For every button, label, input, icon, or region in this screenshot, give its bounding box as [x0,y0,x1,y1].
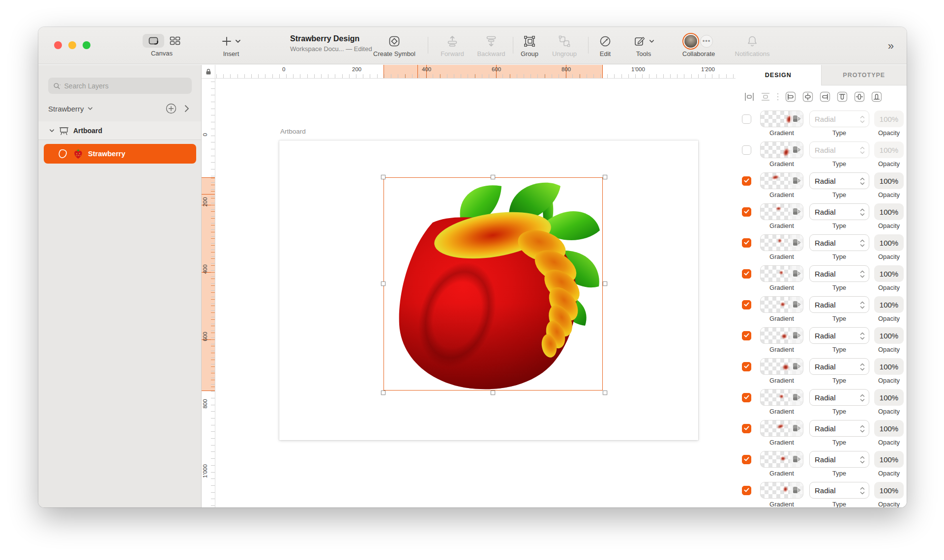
align-left-icon[interactable] [784,90,797,103]
gradient-enabled-checkbox[interactable] [742,176,751,186]
zoom-window-button[interactable] [83,41,90,49]
gradient-thumbnail[interactable] [760,358,803,375]
gradient-enabled-checkbox[interactable] [742,424,751,433]
opacity-field[interactable]: 100% [874,482,904,499]
opacity-field[interactable]: 100% [874,358,904,375]
add-page-button[interactable] [165,103,177,114]
gradient-type-select[interactable]: Radial [809,172,869,189]
gradient-type-select[interactable]: Radial [809,451,869,468]
gradient-thumbnail[interactable] [760,327,803,344]
gradient-type-select[interactable]: Radial [809,296,869,313]
opacity-field[interactable]: 100% [874,389,904,406]
selection-handle[interactable] [381,391,385,395]
forward-button[interactable]: Forward [435,33,470,57]
opacity-field[interactable]: 100% [874,141,904,158]
notifications-button[interactable]: Notifications [726,33,779,57]
selection-handle[interactable] [603,391,607,395]
gradient-thumbnail[interactable] [760,234,803,251]
create-symbol-button[interactable]: Create Symbol [367,33,421,57]
color-well-icon [790,173,803,189]
canvas-view-button[interactable] [143,34,164,48]
gradient-thumbnail[interactable] [760,203,803,220]
opacity-field[interactable]: 100% [874,203,904,220]
search-input[interactable] [64,82,187,90]
selection-handle[interactable] [491,175,495,179]
tab-prototype[interactable]: PROTOTYPE [821,65,907,85]
toolbar-overflow-icon[interactable]: » [888,40,894,53]
selection-handle[interactable] [603,175,607,179]
gradient-thumbnail[interactable] [760,389,803,406]
gradient-thumbnail[interactable] [760,111,803,127]
gradient-enabled-checkbox[interactable] [742,393,751,402]
gradient-enabled-checkbox[interactable] [742,300,751,309]
opacity-field[interactable]: 100% [874,111,904,127]
gradient-enabled-checkbox[interactable] [742,238,751,248]
gradient-type-select[interactable]: Radial [809,234,869,251]
align-bottom-icon[interactable] [870,90,883,103]
artboard-tree-row[interactable]: Artboard [38,121,201,140]
align-right-icon[interactable] [819,90,831,103]
canvas-area[interactable]: Artboard [215,79,736,507]
gradient-type-select[interactable]: Radial [809,358,869,375]
opacity-field[interactable]: 100% [874,265,904,282]
selection-handle[interactable] [381,281,385,286]
distribute-vertically-icon[interactable] [760,91,771,103]
opacity-field[interactable]: 100% [874,420,904,437]
gradient-enabled-checkbox[interactable] [742,331,751,340]
selection-handle[interactable] [381,175,385,179]
collaborate-button[interactable]: ••• Collaborate [672,33,726,57]
gradient-enabled-checkbox[interactable] [742,269,751,279]
gradient-thumbnail[interactable] [760,482,803,499]
tools-button[interactable]: Tools [626,33,661,57]
backward-button[interactable]: Backward [472,33,510,57]
vertical-ruler[interactable]: 0 200 400 600 800 1'000 [202,79,215,507]
opacity-field[interactable]: 100% [874,451,904,468]
selection-handle[interactable] [603,281,607,286]
search-layers-field[interactable] [48,78,192,94]
gradient-thumbnail[interactable] [760,172,803,189]
artboard-title[interactable]: Artboard [280,128,306,135]
gradient-enabled-checkbox[interactable] [742,114,751,124]
gradient-enabled-checkbox[interactable] [742,486,751,495]
ungroup-button[interactable]: Ungroup [546,33,583,57]
gradient-type-select[interactable]: Radial [809,203,869,220]
tab-design[interactable]: DESIGN [736,65,821,85]
selection-handle[interactable] [491,391,495,395]
gradient-enabled-checkbox[interactable] [742,362,751,371]
page-dropdown[interactable]: Strawberry [48,105,93,113]
distribute-horizontally-icon[interactable] [743,91,755,103]
gradient-thumbnail[interactable] [760,420,803,437]
close-window-button[interactable] [54,41,62,49]
align-top-icon[interactable] [836,90,849,103]
gradient-type-select[interactable]: Radial [809,327,869,344]
group-button[interactable]: Group [514,33,545,57]
gradient-enabled-checkbox[interactable] [742,455,751,464]
stepper-icon [860,176,865,186]
gradient-enabled-checkbox[interactable] [742,145,751,155]
align-horizontal-center-icon[interactable] [801,90,814,103]
gradient-type-select[interactable]: Radial [809,111,869,127]
expand-pages-button[interactable] [182,104,192,113]
minimize-window-button[interactable] [68,41,76,49]
gradient-thumbnail[interactable] [760,265,803,282]
insert-button[interactable]: Insert [211,33,251,57]
gradient-type-select[interactable]: Radial [809,482,869,499]
gradient-type-select[interactable]: Radial [809,265,869,282]
opacity-field[interactable]: 100% [874,296,904,313]
opacity-field[interactable]: 100% [874,234,904,251]
grid-view-button[interactable] [169,36,181,46]
edit-button[interactable]: Edit [593,33,618,57]
gradient-type-select[interactable]: Radial [809,420,869,437]
opacity-field[interactable]: 100% [874,327,904,344]
horizontal-ruler[interactable]: 0 200 400 600 800 1'000 1'200 [215,65,736,79]
gradient-thumbnail[interactable] [760,451,803,468]
gradient-type-select[interactable]: Radial [809,389,869,406]
gradient-thumbnail[interactable] [760,296,803,313]
opacity-field[interactable]: 100% [874,172,904,189]
layer-row-strawberry[interactable]: Strawberry [44,144,196,164]
align-vertical-center-icon[interactable] [853,90,866,103]
gradient-type-select[interactable]: Radial [809,141,869,158]
selection[interactable] [384,177,603,391]
gradient-thumbnail[interactable] [760,141,803,158]
gradient-enabled-checkbox[interactable] [742,207,751,217]
